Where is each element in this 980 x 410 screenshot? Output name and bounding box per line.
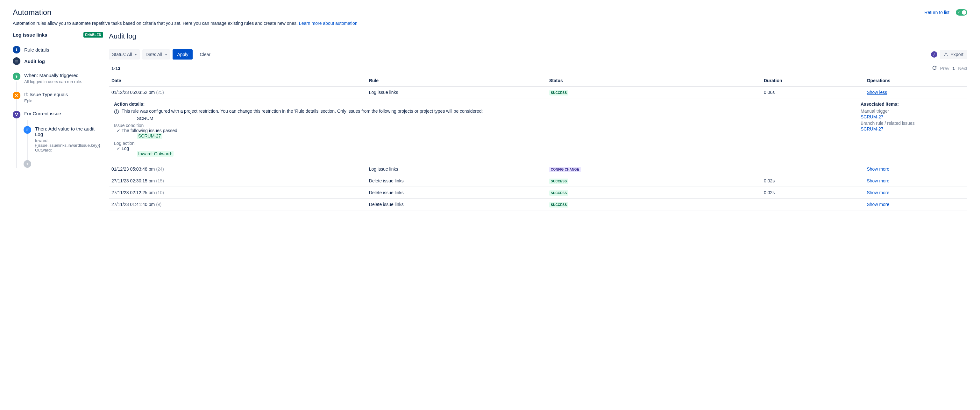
status-badge: SUCCESS [549, 90, 568, 95]
trigger-sub: All logged in users can run rule. [24, 79, 103, 84]
timeline-branch[interactable]: For Current issue [13, 111, 103, 118]
svg-rect-9 [26, 130, 28, 130]
cell-duration: 0.02s [761, 175, 864, 187]
cell-rule: Delete issue links [366, 187, 547, 199]
trigger-icon [13, 73, 21, 80]
cell-count: (24) [156, 167, 164, 172]
info-icon [13, 46, 21, 54]
info-icon[interactable]: i [931, 51, 937, 57]
cell-duration [761, 163, 864, 175]
cell-date: 01/12/23 05:03:52 pm [111, 90, 155, 95]
check-icon: ✓ [958, 11, 960, 14]
svg-point-5 [15, 113, 16, 114]
trigger-title: When: Manually triggered [24, 73, 103, 78]
cell-rule: Delete issue links [366, 199, 547, 210]
apply-button[interactable]: Apply [173, 49, 192, 60]
restriction-notice: This rule was configured with a project … [122, 108, 483, 115]
status-badge: SUCCESS [549, 179, 568, 184]
export-button[interactable]: Export [940, 50, 967, 59]
audit-log-panel: Audit log Status: All ▾ Date: All ▾ Appl… [109, 32, 967, 210]
associated-items-heading: Associated items: [861, 102, 962, 106]
col-status: Status [547, 75, 761, 87]
nav-rule-details[interactable]: Rule details [13, 44, 103, 56]
page-description: Automation rules allow you to automate r… [13, 21, 967, 26]
condition-sub: Epic [24, 99, 103, 103]
svg-rect-3 [15, 61, 18, 62]
cell-count: (9) [156, 202, 161, 207]
condition-title: If: Issue Type equals [24, 92, 103, 97]
results-range: 1-13 [109, 66, 120, 71]
cell-date: 27/11/23 02:30:15 pm [111, 178, 155, 183]
prev-page[interactable]: Prev [940, 66, 950, 71]
chevron-down-icon: ▾ [135, 53, 137, 56]
date-filter[interactable]: Date: All ▾ [142, 49, 170, 60]
show-more-link[interactable]: Show less [867, 90, 887, 95]
svg-rect-1 [16, 49, 17, 51]
info-icon [114, 109, 119, 115]
cell-rule: Log issue links [366, 163, 547, 175]
table-row: 01/12/23 05:03:52 pm (25)Log issue links… [109, 87, 967, 99]
svg-rect-8 [26, 129, 29, 130]
learn-more-link[interactable]: Learn more about automation [299, 21, 358, 26]
clear-button[interactable]: Clear [195, 49, 215, 60]
show-more-link[interactable]: Show more [867, 202, 889, 207]
cell-count: (15) [156, 178, 164, 183]
toggle-knob [962, 10, 966, 14]
action-title: Then: Add value to the audit Log [35, 126, 103, 137]
cell-count: (10) [156, 190, 164, 195]
assoc-issue-link[interactable]: SCRUM-27 [861, 126, 962, 132]
passed-text: The following issues passed: [122, 128, 179, 133]
timeline-action[interactable]: Then: Add value to the audit Log Inward:… [24, 126, 103, 153]
cell-rule: Log issue links [366, 87, 547, 99]
show-more-link[interactable]: Show more [867, 178, 889, 183]
action-details-heading: Action details: [114, 102, 848, 106]
timeline-add[interactable]: + [24, 160, 103, 168]
page-number: 1 [952, 66, 955, 71]
table-row: 27/11/23 02:12:25 pm (10)Delete issue li… [109, 187, 967, 199]
table-row: 01/12/23 05:03:48 pm (24)Log issue links… [109, 163, 967, 175]
chevron-down-icon: ▾ [165, 53, 167, 56]
log-action-label: Log action [114, 141, 848, 146]
branch-title: For Current issue [24, 111, 103, 116]
return-to-list-link[interactable]: Return to list [924, 10, 950, 15]
cell-count: (25) [156, 90, 164, 95]
plus-icon: + [24, 160, 31, 168]
audit-log-title: Audit log [109, 32, 967, 40]
refresh-icon[interactable] [932, 65, 937, 72]
check-icon: ✓ [116, 146, 120, 151]
assoc-branch-label: Branch rule / related issues [861, 121, 962, 126]
branch-icon [13, 111, 21, 118]
cell-date: 27/11/23 02:12:25 pm [111, 190, 155, 195]
page-title: Automation [13, 8, 51, 17]
passed-issue-key[interactable]: SCRUM-27 [137, 133, 162, 139]
log-value: Inward: Outward: [137, 151, 173, 157]
status-badge: CONFIG CHANGE [549, 167, 581, 172]
nav-rule-details-label: Rule details [24, 47, 49, 52]
check-icon: ✓ [116, 128, 120, 133]
cell-duration: 0.06s [761, 87, 864, 99]
action-icon [24, 126, 31, 134]
svg-point-6 [17, 113, 18, 114]
action-sub: Inward: {{issue.issuelinks.inwardIssue.k… [35, 138, 103, 153]
status-badge: SUCCESS [549, 202, 568, 208]
show-more-link[interactable]: Show more [867, 167, 889, 172]
svg-rect-2 [15, 60, 18, 60]
timeline-trigger[interactable]: When: Manually triggered All logged in u… [13, 73, 103, 84]
status-badge: SUCCESS [549, 191, 568, 196]
rule-enabled-toggle[interactable]: ✓ [956, 9, 967, 16]
status-filter[interactable]: Status: All ▾ [109, 49, 140, 60]
col-duration: Duration [761, 75, 864, 87]
svg-point-0 [16, 48, 17, 49]
show-more-link[interactable]: Show more [867, 190, 889, 195]
svg-point-13 [116, 110, 116, 111]
timeline-condition[interactable]: If: Issue Type equals Epic [13, 92, 103, 103]
cell-duration: 0.02s [761, 187, 864, 199]
next-page[interactable]: Next [958, 66, 967, 71]
description-text: Automation rules allow you to automate r… [13, 21, 299, 26]
assoc-issue-link[interactable]: SCRUM-27 [861, 114, 962, 119]
export-label: Export [951, 52, 963, 57]
rule-sidebar: Log issue links ENABLED Rule details Aud… [13, 32, 103, 210]
audit-table: Date Rule Status Duration Operations 01/… [109, 75, 967, 210]
svg-rect-4 [15, 62, 18, 62]
nav-audit-log[interactable]: Audit log [13, 56, 103, 67]
